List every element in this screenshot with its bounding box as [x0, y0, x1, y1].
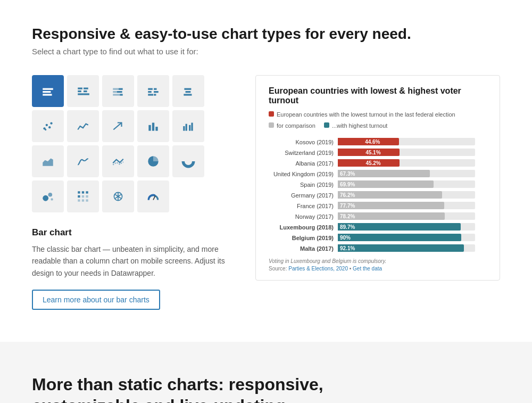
table-row: Kosovo (2019)44.6%: [269, 138, 487, 146]
bar-label: Germany (2017): [269, 192, 338, 199]
table-row: United Kingdom (2019)67.3%: [269, 170, 487, 178]
bar-track: 77.7%: [338, 202, 487, 210]
svg-rect-6: [84, 91, 87, 92]
svg-rect-17: [148, 91, 152, 93]
column-btn[interactable]: [137, 110, 169, 142]
svg-rect-23: [184, 94, 192, 95]
svg-point-27: [50, 122, 52, 124]
svg-rect-31: [152, 123, 154, 131]
svg-line-53: [118, 194, 122, 196]
svg-rect-5: [78, 91, 81, 92]
svg-line-54: [118, 196, 122, 199]
svg-rect-14: [120, 94, 122, 95]
svg-rect-33: [183, 126, 185, 131]
table-row: Malta (2017)92.1%: [269, 244, 487, 253]
range-bar-btn[interactable]: [172, 75, 204, 107]
legend-label-low: European countries with the lowest turno…: [277, 111, 455, 119]
svg-point-28: [45, 129, 46, 130]
svg-rect-43: [82, 191, 84, 193]
donut-btn[interactable]: [172, 145, 204, 177]
table-row: Spain (2019)69.9%: [269, 180, 487, 189]
bar-fill: 78.2%: [338, 212, 445, 220]
table-row: Switzerland (2019)45.1%: [269, 149, 487, 157]
bar-track: 69.9%: [338, 180, 487, 189]
bar-value-label: 45.1%: [363, 149, 380, 157]
chart-preview-panel: European countries with lowest & highest…: [255, 75, 500, 281]
legend-label-mid: for comparison: [277, 122, 315, 130]
source-link-1[interactable]: Parties & Elections, 2020: [288, 266, 348, 272]
scatter-btn[interactable]: [32, 110, 64, 142]
waffle-btn[interactable]: [67, 180, 99, 212]
table-row: Albania (2017)45.2%: [269, 159, 487, 168]
svg-rect-21: [184, 88, 191, 90]
svg-rect-9: [113, 88, 119, 90]
svg-rect-46: [82, 195, 84, 198]
bar-chart-btn[interactable]: [32, 75, 64, 107]
svg-rect-36: [191, 123, 193, 131]
bar-label: Switzerland (2019): [269, 150, 338, 156]
svg-rect-10: [119, 88, 123, 90]
bar-fill: 92.1%: [338, 244, 464, 252]
pie-btn[interactable]: [137, 145, 169, 177]
line-btn[interactable]: [67, 110, 99, 142]
bar-value-label: 45.2%: [363, 159, 380, 168]
bar-track: 45.1%: [338, 149, 487, 157]
svg-point-41: [51, 198, 53, 200]
chart-legend: European countries with the lowest turno…: [269, 111, 487, 130]
svg-rect-13: [113, 94, 120, 95]
bar-label: Norway (2017): [269, 213, 338, 220]
bottom-title: More than static charts: responsive, cus…: [32, 374, 340, 403]
bar-track: 92.1%: [338, 244, 487, 253]
bar-chart: Kosovo (2019)44.6%Switzerland (2019)45.1…: [269, 138, 487, 253]
grouped-col-btn[interactable]: [172, 110, 204, 142]
grouped-bar-btn[interactable]: [67, 75, 99, 107]
svg-line-58: [153, 196, 155, 200]
bar-value-label: 76.2%: [338, 191, 440, 200]
star-btn[interactable]: [102, 180, 134, 212]
svg-rect-11: [113, 91, 117, 93]
source-label: Source:: [269, 266, 288, 272]
learn-more-button[interactable]: Learn more about our bar charts: [32, 290, 160, 310]
svg-rect-15: [148, 88, 153, 90]
bottom-section: More than static charts: responsive, cus…: [0, 342, 532, 403]
svg-line-57: [115, 194, 119, 196]
bar-fill: 44.6%: [338, 138, 399, 145]
bar-label: Belgium (2019): [269, 235, 338, 241]
gauge-btn[interactable]: [137, 180, 169, 212]
bar-track: 89.7%: [338, 223, 487, 232]
svg-rect-20: [154, 94, 156, 95]
legend-item-mid: for comparison: [269, 122, 315, 130]
bar-label: United Kingdom (2019): [269, 171, 338, 177]
svg-point-25: [46, 124, 48, 126]
bubble-btn[interactable]: [32, 180, 64, 212]
chart-type-grid: [32, 75, 234, 212]
bar-track: 67.3%: [338, 170, 487, 178]
bar-fill: 67.3%: [338, 170, 430, 177]
curve-btn[interactable]: [67, 145, 99, 177]
source-link-2[interactable]: Get the data: [353, 266, 382, 272]
stacked-bar-btn[interactable]: [102, 75, 134, 107]
bar-value-label: 92.1%: [338, 244, 462, 253]
svg-rect-48: [78, 199, 80, 201]
main-content: Bar chart The classic bar chart — unbeat…: [32, 75, 500, 310]
svg-rect-42: [78, 191, 80, 193]
line2-btn[interactable]: [102, 145, 134, 177]
svg-rect-16: [154, 88, 156, 90]
svg-line-56: [115, 196, 119, 199]
svg-rect-7: [78, 93, 84, 95]
split-bar-btn[interactable]: [137, 75, 169, 107]
bar-value-label: 89.7%: [338, 223, 459, 232]
svg-marker-37: [43, 159, 53, 166]
svg-rect-49: [82, 199, 84, 201]
svg-rect-50: [86, 199, 88, 201]
bar-track: 90%: [338, 234, 487, 242]
svg-line-29: [113, 123, 121, 130]
svg-rect-30: [148, 125, 151, 131]
table-row: France (2017)77.7%: [269, 202, 487, 210]
svg-rect-3: [78, 88, 82, 89]
bar-label: France (2017): [269, 203, 338, 209]
left-panel: Bar chart The classic bar chart — unbeat…: [32, 75, 234, 310]
svg-point-40: [48, 193, 53, 197]
arrow-btn[interactable]: [102, 110, 134, 142]
area-col-btn[interactable]: [32, 145, 64, 177]
